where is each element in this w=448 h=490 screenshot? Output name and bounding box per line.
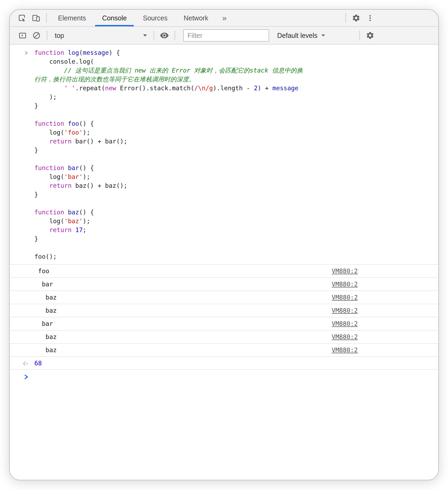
log-message: bar [34,281,53,288]
devtools-tabbar: ElementsConsoleSourcesNetwork » [10,10,438,27]
code-line: ' '.repeat(new Error().stack.match(/\n/g… [34,84,428,93]
inspect-icon [18,14,26,22]
code-line [34,110,428,119]
code-line: log('foo'); [34,128,428,137]
kebab-menu-button[interactable] [363,14,377,22]
code-line: log('baz'); [34,217,428,226]
context-selector[interactable]: top [50,32,150,39]
context-label: top [55,32,64,39]
source-link[interactable]: VM880:2 [332,347,358,354]
result-value: 68 [34,360,42,367]
chevron-down-icon [321,34,325,37]
code-line [34,243,428,252]
code-line: console.log( [34,57,428,66]
devtools-window: ElementsConsoleSourcesNetwork » [9,9,439,480]
console-log-row: bazVM880:2 [10,304,438,317]
code-line: ); [34,93,428,102]
console-log-row: fooVM880:2 [10,264,438,278]
tab-sources[interactable]: Sources [135,10,176,26]
code-line [34,199,428,208]
log-message: foo [34,268,49,275]
clear-console-button[interactable] [30,31,44,40]
code-line: return baz() + baz(); [34,181,428,190]
tab-network[interactable]: Network [176,10,216,26]
chevron-down-icon [143,34,147,37]
tab-elements[interactable]: Elements [50,10,94,26]
gear-icon [366,31,374,40]
console-panel: function log(message) { console.log( // … [10,45,438,384]
console-log-row: barVM880:2 [10,317,438,330]
tabbar-right [342,10,377,26]
code-line: } [34,102,428,110]
log-message: baz [34,294,57,301]
console-sidebar-icon [18,31,27,40]
console-input-code: function log(message) { console.log( // … [34,48,428,261]
console-toolbar-right [356,31,377,40]
console-log-row: barVM880:2 [10,278,438,291]
source-link[interactable]: VM880:2 [332,307,358,314]
log-message: baz [34,347,57,354]
device-toolbar-button[interactable] [29,10,43,26]
levels-label: Default levels [277,32,317,39]
console-input-echo: function log(message) { console.log( // … [10,45,438,264]
kebab-menu-icon [366,14,374,22]
code-line: return 17; [34,226,428,235]
console-prompt[interactable] [10,370,438,384]
settings-button[interactable] [349,14,363,22]
code-line: } [34,146,428,155]
log-message: baz [34,333,57,340]
toolbar-divider [175,31,175,40]
device-toolbar-icon [32,14,40,22]
console-toolbar: top Default levels [10,27,438,45]
log-levels-selector[interactable]: Default levels [277,32,325,39]
toolbar-divider [154,31,154,40]
source-link[interactable]: VM880:2 [332,281,358,288]
live-expression-button[interactable] [157,31,171,40]
code-line: function log(message) { [34,48,428,57]
return-value-icon [21,360,30,368]
inspect-button[interactable] [15,10,29,26]
console-log-row: bazVM880:2 [10,343,438,356]
tab-console[interactable]: Console [94,10,135,26]
clear-console-icon [32,31,41,40]
code-line: foo(); [34,252,428,261]
filter-input[interactable] [183,29,269,42]
source-link[interactable]: VM880:2 [332,268,358,275]
toolbar-divider [345,13,346,23]
console-log-row: bazVM880:2 [10,330,438,343]
source-link[interactable]: VM880:2 [332,320,358,327]
log-message: baz [34,307,57,314]
toolbar-divider [359,31,360,40]
eye-icon [160,31,169,40]
console-log-rows: fooVM880:2 barVM880:2 bazVM880:2 bazVM88… [10,264,438,356]
code-line: function baz() { [34,208,428,217]
tab-strip: ElementsConsoleSourcesNetwork [50,10,216,26]
source-link[interactable]: VM880:2 [332,333,358,340]
input-chevron-icon [24,50,29,57]
code-line: // 这句话是重点当我们 new 出来的 Error 对象时，会匹配它的stac… [34,66,428,75]
code-line: log('bar'); [34,172,428,181]
code-line: function foo() { [34,119,428,128]
code-line: return bar() + bar(); [34,137,428,146]
code-line: } [34,190,428,199]
log-message: bar [34,320,53,327]
code-line: 行符，换行符出现的次数也等同于它在堆栈调用时的深度。 [34,75,428,84]
prompt-chevron-icon [23,374,30,381]
more-tabs-button[interactable]: » [216,10,233,26]
console-sidebar-button[interactable] [16,31,30,40]
console-log-row: bazVM880:2 [10,291,438,304]
toolbar-divider [47,31,47,40]
code-line: } [34,235,428,243]
gear-icon [352,14,360,22]
console-settings-button[interactable] [363,31,377,40]
console-result-row: 68 [10,356,438,370]
toolbar-divider [46,13,47,23]
source-link[interactable]: VM880:2 [332,294,358,301]
code-line: function bar() { [34,164,428,172]
code-line [34,155,428,164]
